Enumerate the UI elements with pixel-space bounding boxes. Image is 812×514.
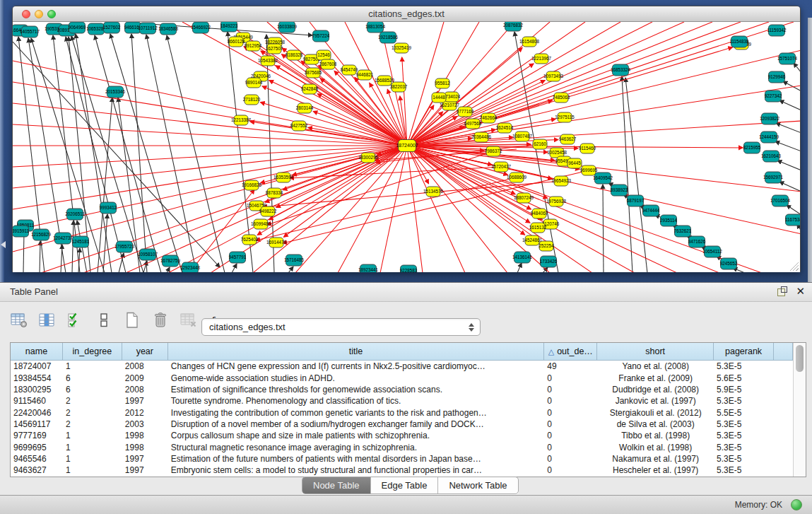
- network-node[interactable]: 6497568: [464, 119, 482, 129]
- network-node[interactable]: 16353594: [273, 173, 294, 182]
- column-header-title[interactable]: title: [168, 343, 545, 360]
- table-cell[interactable]: Structural magnetic resonance image aver…: [168, 443, 545, 452]
- network-node[interactable]: 2867608: [319, 59, 337, 69]
- network-edge[interactable]: [794, 63, 800, 73]
- network-edge[interactable]: [13, 82, 407, 146]
- table-cell[interactable]: 5.5E-5: [714, 408, 774, 418]
- table-cell[interactable]: 2008: [122, 361, 168, 371]
- network-node[interactable]: 9463627: [559, 134, 577, 144]
- table-row[interactable]: 1456911722003Disruption of a novel membe…: [11, 419, 793, 430]
- network-node[interactable]: 3875685: [305, 68, 322, 78]
- network-edge[interactable]: [131, 34, 147, 272]
- column-header-pagerank[interactable]: pagerank: [714, 343, 774, 360]
- table-cell[interactable]: Disruption of a novel member of a sodium…: [168, 419, 545, 429]
- table-cell[interactable]: 0: [544, 431, 597, 440]
- table-cell[interactable]: Estimation of significance thresholds fo…: [168, 385, 545, 395]
- network-node[interactable]: 10688609: [507, 173, 527, 182]
- table-cell[interactable]: 5.3E-5: [714, 361, 774, 371]
- table-cell[interactable]: 1998: [122, 443, 168, 452]
- table-cell[interactable]: Corpus callosum shape and size in male p…: [168, 431, 545, 440]
- table-cell[interactable]: 5.3E-5: [714, 465, 774, 475]
- network-node[interactable]: 1627507: [266, 44, 283, 54]
- table-cell[interactable]: 0: [544, 373, 597, 383]
- table-cell[interactable]: de Silva et al. (2003): [597, 419, 714, 429]
- table-cell[interactable]: 2: [63, 419, 122, 429]
- network-node[interactable]: 9245652: [720, 258, 738, 269]
- network-node[interactable]: 20876832: [503, 22, 524, 31]
- table-cell[interactable]: 1997: [122, 454, 168, 464]
- network-node[interactable]: 62160: [533, 139, 547, 149]
- network-node[interactable]: 20153346: [105, 86, 126, 98]
- network-node[interactable]: 16154808: [519, 37, 540, 47]
- table-cell[interactable]: 0: [544, 454, 597, 464]
- network-edge[interactable]: [603, 185, 604, 272]
- network-node[interactable]: 9227342: [765, 90, 782, 102]
- network-node[interactable]: 8878334: [266, 188, 283, 198]
- network-node[interactable]: 15466922: [191, 22, 211, 33]
- network-node[interactable]: 16914479: [266, 238, 287, 247]
- table-cell[interactable]: Franke et al. (2009): [597, 373, 714, 383]
- table-cell[interactable]: 1: [63, 454, 122, 464]
- memory-ok-indicator[interactable]: [791, 499, 802, 510]
- network-node[interactable]: 9446821: [356, 70, 374, 80]
- table-cell[interactable]: 49: [544, 361, 597, 371]
- table-cell[interactable]: 0: [544, 443, 597, 452]
- table-cell[interactable]: 14569117: [11, 419, 63, 429]
- table-cell[interactable]: 1998: [122, 431, 168, 440]
- network-node[interactable]: 11154838: [729, 36, 749, 47]
- table-row[interactable]: 1830029562008Estimation of significance …: [11, 384, 793, 395]
- network-node[interactable]: 9228583: [400, 265, 418, 272]
- table-cell[interactable]: 6: [63, 373, 122, 383]
- table-row[interactable]: 977716911998Corpus callosum shape and si…: [11, 430, 793, 441]
- table-cell[interactable]: 22420046: [11, 408, 63, 418]
- network-node[interactable]: 18923441: [358, 264, 379, 272]
- network-node[interactable]: 8660128: [228, 37, 245, 47]
- table-cell[interactable]: 2: [63, 408, 122, 418]
- delete-columns-icon[interactable]: [151, 311, 170, 329]
- table-cell[interactable]: 9699695: [11, 443, 63, 452]
- network-node[interactable]: 7986372: [485, 146, 502, 156]
- network-node[interactable]: 16782759: [160, 255, 181, 267]
- network-node[interactable]: 12923448: [180, 262, 201, 272]
- zoom-window-button[interactable]: [47, 10, 56, 18]
- close-window-button[interactable]: [22, 10, 30, 18]
- toggle-columns-icon[interactable]: [38, 311, 57, 329]
- table-cell[interactable]: 9777169: [11, 431, 63, 440]
- citation-network-graph[interactable]: 1121544986601288912954182260581627507818…: [13, 22, 800, 272]
- network-node[interactable]: 2935114: [660, 215, 678, 226]
- network-node[interactable]: 10958107: [138, 249, 158, 260]
- network-node[interactable]: 1527602: [103, 22, 121, 33]
- panel-collapse-arrow-icon[interactable]: [1, 241, 6, 248]
- table-cell[interactable]: 5.9E-5: [714, 385, 774, 395]
- network-edge[interactable]: [232, 264, 237, 272]
- network-node[interactable]: 20206511: [65, 209, 85, 220]
- network-node[interactable]: 1615132: [529, 223, 547, 233]
- network-node[interactable]: 1733426: [540, 256, 558, 267]
- network-node[interactable]: 19756928: [546, 197, 567, 206]
- table-cell[interactable]: 0: [544, 465, 597, 475]
- table-cell[interactable]: 0: [544, 396, 597, 406]
- tab-node-table[interactable]: Node Table: [302, 477, 371, 493]
- close-panel-icon[interactable]: ✕: [796, 286, 805, 296]
- table-cell[interactable]: 0: [544, 419, 597, 429]
- network-edge[interactable]: [13, 146, 407, 167]
- network-node[interactable]: 18813054: [365, 22, 386, 33]
- network-node[interactable]: 8186328: [286, 50, 303, 60]
- network-node[interactable]: 16409542: [593, 173, 613, 184]
- network-node[interactable]: 2718120: [243, 95, 261, 105]
- network-node[interactable]: 11159342: [767, 25, 787, 36]
- network-node[interactable]: 7462664: [480, 113, 498, 123]
- network-node[interactable]: 10973493: [543, 71, 564, 81]
- table-cell[interactable]: 5.3E-5: [714, 396, 774, 406]
- network-edge[interactable]: [517, 263, 522, 272]
- table-cell[interactable]: 2: [63, 396, 122, 406]
- window-titlebar[interactable]: citations_edges.txt: [13, 6, 800, 22]
- table-cell[interactable]: 9115460: [11, 396, 63, 406]
- table-cell[interactable]: 5.6E-5: [714, 373, 774, 383]
- network-node[interactable]: 18807249: [514, 193, 534, 203]
- network-node[interactable]: 16033809: [277, 22, 298, 33]
- network-node[interactable]: 7632621: [674, 226, 692, 237]
- table-row[interactable]: 969969511998Structural magnetic resonanc…: [11, 441, 793, 452]
- table-row[interactable]: 911546021997Tourette syndrome. Phenomeno…: [11, 395, 793, 407]
- table-cell[interactable]: 2003: [122, 419, 168, 429]
